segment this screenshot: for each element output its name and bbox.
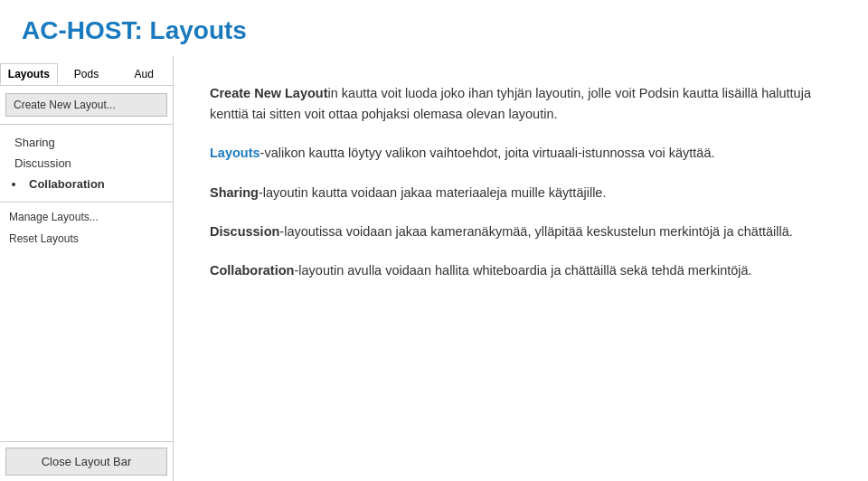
manage-layouts-button[interactable]: Manage Layouts... <box>0 206 173 228</box>
term-create-new-layout: Create New Layout <box>210 86 328 100</box>
term-collaboration: Collaboration <box>210 263 294 278</box>
reset-layouts-button[interactable]: Reset Layouts <box>0 228 173 250</box>
sidebar-item-discussion[interactable]: Discussion <box>0 153 173 174</box>
close-layout-bar-button[interactable]: Close Layout Bar <box>5 448 167 476</box>
sidebar-item-sharing[interactable]: Sharing <box>0 132 173 153</box>
para2-rest: -valikon kautta löytyy valikon vaihtoehd… <box>260 146 715 160</box>
sidebar-tabs: Layouts Pods Aud <box>0 63 173 86</box>
sidebar: Layouts Pods Aud Create New Layout... Sh… <box>0 56 174 481</box>
paragraph-layouts-valikon: Layouts-valikon kautta löytyy valikon va… <box>210 143 832 164</box>
page-title: AC-HOST: Layouts <box>22 16 846 45</box>
tab-layouts[interactable]: Layouts <box>0 63 58 85</box>
term-layouts: Layouts <box>210 146 260 160</box>
main-area: Layouts Pods Aud Create New Layout... Sh… <box>0 56 868 481</box>
layout-list: Sharing Discussion Collaboration <box>0 128 173 198</box>
title-main: Layouts <box>150 16 247 44</box>
para3-rest: -layoutin kautta voidaan jakaa materiaal… <box>259 185 606 200</box>
paragraph-create-new: Create New Layoutin kautta voit luoda jo… <box>210 83 832 125</box>
divider-1 <box>0 124 173 125</box>
tab-pods[interactable]: Pods <box>58 63 116 85</box>
tab-aud[interactable]: Aud <box>115 63 173 85</box>
para4-rest: -layoutissa voidaan jakaa kameranäkymää,… <box>279 224 792 239</box>
paragraph-collaboration: Collaboration-layoutin avulla voidaan ha… <box>210 260 832 281</box>
content-area: Create New Layoutin kautta voit luoda jo… <box>174 56 868 481</box>
divider-2 <box>0 202 173 203</box>
title-prefix: AC-HOST: <box>22 16 150 44</box>
sidebar-item-collaboration[interactable]: Collaboration <box>25 174 173 194</box>
sidebar-bottom: Close Layout Bar <box>0 441 173 481</box>
term-sharing: Sharing <box>210 185 259 200</box>
paragraph-discussion: Discussion-layoutissa voidaan jakaa kame… <box>210 222 832 242</box>
create-new-layout-button[interactable]: Create New Layout... <box>5 93 167 117</box>
para5-rest: -layoutin avulla voidaan hallita whitebo… <box>294 263 751 278</box>
paragraph-sharing: Sharing-layoutin kautta voidaan jakaa ma… <box>210 183 832 203</box>
header: AC-HOST: Layouts <box>0 0 868 56</box>
term-discussion: Discussion <box>210 224 279 239</box>
